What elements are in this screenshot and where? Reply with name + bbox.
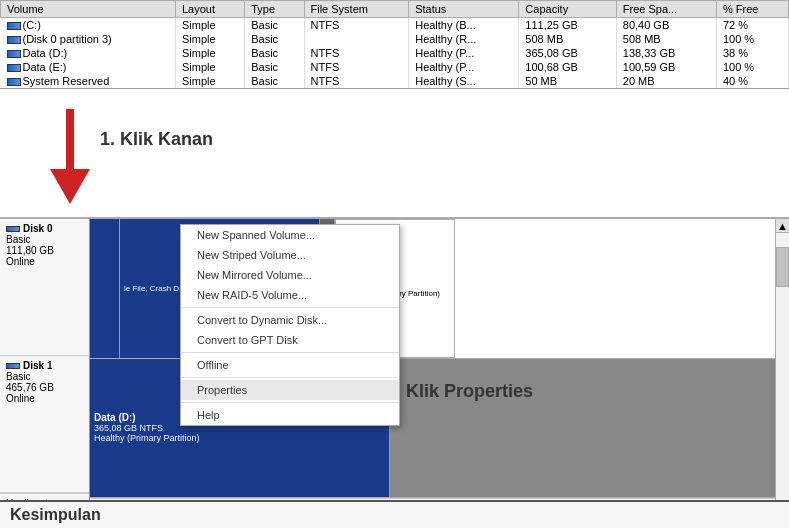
menu-item-convert-to-gpt-disk[interactable]: Convert to GPT Disk [181,330,399,350]
disk1-name: Disk 1 [6,360,83,371]
menu-item-new-mirrored-volume[interactable]: New Mirrored Volume... [181,265,399,285]
col-freespace: Free Spa... [616,1,716,18]
menu-item-new-raid-5-volume[interactable]: New RAID-5 Volume... [181,285,399,305]
menu-item-new-striped-volume[interactable]: New Striped Volume... [181,245,399,265]
disk0-empty [455,219,775,358]
down-arrow-icon [40,109,100,211]
bottom-wrapper: Disk 0 Basic 111,80 GB Online Disk 1 Bas… [0,219,789,528]
disk1-icon [6,363,20,369]
partition-system-reserved[interactable] [90,219,120,358]
menu-separator [181,377,399,378]
disk0-label: Disk 0 Basic 111,80 GB Online [0,219,89,356]
annotation-step1: 1. Klik Kanan [100,129,213,150]
col-status: Status [409,1,519,18]
disk-content-area: Disk 0 Basic 111,80 GB Online Disk 1 Bas… [0,219,789,528]
main-container: Volume Layout Type File System Status Ca… [0,0,789,528]
kesimpulan-bar: Kesimpulan [0,500,789,528]
disk1-label: Disk 1 Basic 465,76 GB Online [0,356,89,493]
annotation-area: 1. Klik Kanan [0,89,789,219]
col-capacity: Capacity [519,1,616,18]
disk-visual-area: le File, Crash Dump, Primary Partiti 508… [90,219,775,528]
menu-item-new-spanned-volume[interactable]: New Spanned Volume... [181,225,399,245]
table-row[interactable]: (C:)SimpleBasicNTFSHealthy (B...111,25 G… [1,18,789,33]
annotation-step2: 2. Klik Properties [386,381,533,402]
scrollbar-thumb[interactable] [776,247,789,287]
col-volume: Volume [1,1,176,18]
menu-separator [181,402,399,403]
menu-separator [181,307,399,308]
scrollbar-up-button[interactable]: ▲ [776,219,789,233]
disk-table: Volume Layout Type File System Status Ca… [0,0,789,88]
table-row[interactable]: Data (D:)SimpleBasicNTFSHealthy (P...365… [1,46,789,60]
disk-row-icon [7,78,21,86]
col-type: Type [245,1,304,18]
table-header-row: Volume Layout Type File System Status Ca… [1,1,789,18]
menu-separator [181,352,399,353]
kesimpulan-text: Kesimpulan [10,506,101,524]
col-pctfree: % Free [716,1,788,18]
disk-labels-column: Disk 0 Basic 111,80 GB Online Disk 1 Bas… [0,219,90,528]
col-layout: Layout [175,1,244,18]
menu-item-properties[interactable]: Properties [181,380,399,400]
menu-item-offline[interactable]: Offline [181,355,399,375]
menu-item-convert-to-dynamic-disk[interactable]: Convert to Dynamic Disk... [181,310,399,330]
context-menu[interactable]: New Spanned Volume...New Striped Volume.… [180,224,400,426]
col-filesystem: File System [304,1,409,18]
disk0-icon [6,226,20,232]
table-row[interactable]: (Disk 0 partition 3)SimpleBasicHealthy (… [1,32,789,46]
menu-item-help[interactable]: Help [181,405,399,425]
disk-row-icon [7,50,21,58]
disk-row-icon [7,36,21,44]
table-row[interactable]: System ReservedSimpleBasicNTFSHealthy (S… [1,74,789,88]
svg-marker-1 [50,169,90,204]
scrollbar-track [776,287,789,514]
disk-row-icon [7,22,21,30]
table-row[interactable]: Data (E:)SimpleBasicNTFSHealthy (P...100… [1,60,789,74]
disk0-name: Disk 0 [6,223,83,234]
top-section: Volume Layout Type File System Status Ca… [0,0,789,89]
scrollbar[interactable]: ▲ ▼ [775,219,789,528]
disk-row-icon [7,64,21,72]
